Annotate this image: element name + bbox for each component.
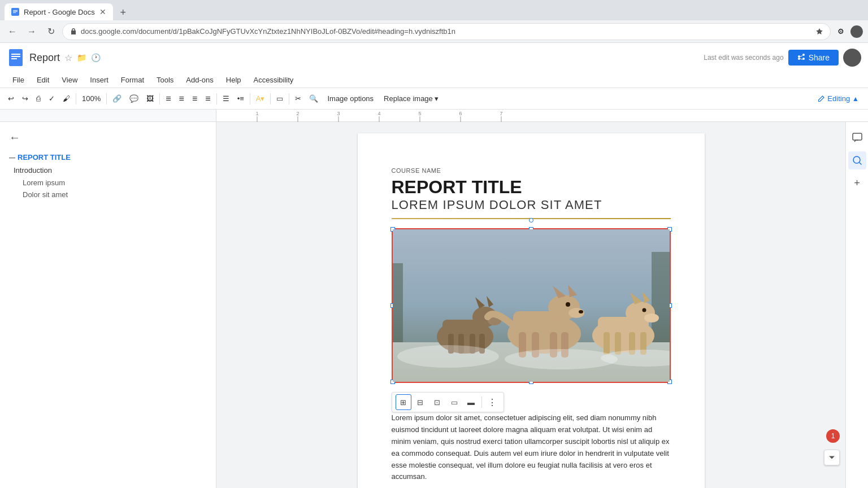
image-btn[interactable]: 🖼 — [143, 93, 157, 104]
svg-rect-27 — [652, 252, 670, 342]
redo-btn[interactable]: ↪ — [19, 93, 32, 104]
menu-view[interactable]: View — [56, 73, 83, 86]
align-justify-btn[interactable]: ≡ — [202, 93, 214, 105]
star-icon[interactable] — [815, 28, 823, 36]
profile-btn[interactable] — [850, 25, 863, 38]
menu-format[interactable]: Format — [115, 73, 150, 86]
wolf-image — [393, 229, 670, 382]
share-button[interactable]: Share — [788, 50, 839, 66]
crop-btn[interactable]: ✂ — [292, 93, 305, 104]
img-toolbar-sep — [481, 396, 482, 408]
img-wrap-inline-btn[interactable]: ⊞ — [396, 394, 411, 410]
bullet-btn[interactable]: •≡ — [234, 93, 248, 104]
menu-help[interactable]: Help — [220, 73, 247, 86]
extensions-btn[interactable]: ⚙ — [834, 25, 848, 38]
align-center-btn[interactable]: ≡ — [176, 93, 188, 105]
spellcheck-btn[interactable]: ✓ — [45, 93, 58, 104]
img-front-btn[interactable]: ▭ — [446, 394, 462, 410]
outline-lorem-ipsum[interactable]: Lorem ipsum — [0, 177, 216, 189]
plus-panel-btn[interactable]: + — [848, 174, 866, 192]
history-button[interactable]: 🕐 — [91, 53, 101, 62]
img-behind-btn[interactable]: ▬ — [463, 394, 479, 410]
outline-section: — REPORT TITLE Introduction Lorem ipsum … — [0, 151, 216, 201]
docs-header: Report ☆ 📁 🕐 Last edit was seconds ago S… — [0, 43, 868, 110]
image-container[interactable] — [392, 228, 671, 383]
outline-dolor-sit[interactable]: Dolor sit amet — [0, 189, 216, 201]
zoom-btn[interactable]: 100% — [79, 93, 104, 104]
tab-favicon — [11, 8, 19, 16]
svg-text:2: 2 — [296, 111, 299, 116]
outline-introduction[interactable]: Introduction — [0, 164, 216, 177]
user-avatar[interactable] — [843, 49, 861, 67]
img-more-btn[interactable]: ⋮ — [484, 394, 500, 410]
svg-rect-58 — [604, 332, 610, 355]
svg-point-46 — [579, 310, 583, 313]
menu-file[interactable]: File — [7, 73, 30, 86]
format-toolbar: ↩ ↪ ⎙ ✓ 🖌 100% 🔗 💬 🖼 ≡ ≡ ≡ ≡ ☰ •≡ A▾ ▭ ✂… — [0, 88, 868, 109]
align-left-btn[interactable]: ≡ — [162, 93, 174, 105]
menu-insert[interactable]: Insert — [84, 73, 114, 86]
rotate-handle[interactable] — [529, 218, 533, 223]
svg-rect-1 — [13, 10, 18, 11]
comment-btn[interactable]: 💬 — [126, 93, 142, 104]
editing-mode-btn[interactable]: Editing ▲ — [813, 93, 863, 104]
svg-text:6: 6 — [459, 111, 462, 116]
menu-addons[interactable]: Add-ons — [180, 73, 219, 86]
replace-image-btn[interactable]: Replace image ▾ — [379, 93, 443, 104]
outline-back-btn[interactable]: ← — [0, 129, 216, 146]
svg-point-45 — [566, 302, 570, 307]
ruler: 1 2 3 4 5 6 7 — [0, 110, 868, 122]
report-title-heading[interactable]: REPORT TITLE — [392, 176, 671, 198]
image-options-btn[interactable]: Image options — [323, 93, 378, 104]
forward-button[interactable]: → — [24, 24, 40, 40]
chat-panel-btn[interactable] — [848, 129, 866, 147]
report-subtitle[interactable]: LOREM IPSUM DOLOR SIT AMET — [392, 198, 671, 212]
document-area[interactable]: COURSE NAME REPORT TITLE LOREM IPSUM DOL… — [216, 122, 845, 488]
tab-close-btn[interactable]: ✕ — [99, 7, 106, 16]
explore-panel-btn[interactable] — [848, 151, 866, 169]
svg-text:7: 7 — [500, 111, 502, 116]
address-bar[interactable]: docs.google.com/document/d/1pBakCoJgNFyG… — [62, 23, 831, 40]
list-btn[interactable]: ☰ — [219, 93, 233, 104]
align-right-btn[interactable]: ≡ — [189, 93, 201, 105]
browser-chrome: Report - Google Docs ✕ + ← → ↻ docs.goog… — [0, 0, 868, 43]
share-icon — [797, 54, 805, 62]
menu-bar: File Edit View Insert Format Tools Add-o… — [0, 72, 868, 88]
outline-report-title[interactable]: — REPORT TITLE — [0, 151, 216, 164]
right-panel: + — [845, 122, 868, 488]
body-text-paragraph[interactable]: Lorem ipsum dolor sit amet, consectetuer… — [392, 412, 671, 483]
sep6 — [270, 93, 271, 104]
img-break-text-btn[interactable]: ⊡ — [429, 394, 445, 410]
menu-edit[interactable]: Edit — [31, 73, 55, 86]
menu-accessibility[interactable]: Accessibility — [248, 73, 300, 86]
docs-logo — [7, 46, 25, 69]
print-btn[interactable]: ⎙ — [33, 93, 44, 104]
new-tab-button[interactable]: + — [115, 5, 131, 20]
svg-rect-2 — [13, 11, 18, 12]
img-wrap-text-btn[interactable]: ⊟ — [413, 394, 428, 410]
lock-icon — [70, 28, 77, 36]
folder-button[interactable]: 📁 — [77, 53, 86, 62]
svg-point-62 — [397, 345, 499, 368]
explore-btn[interactable]: 🔍 — [306, 93, 322, 104]
paint-format-btn[interactable]: 🖌 — [59, 93, 73, 104]
back-button[interactable]: ← — [5, 24, 20, 40]
undo-btn[interactable]: ↩ — [5, 93, 18, 104]
refresh-button[interactable]: ↻ — [43, 24, 59, 40]
link-btn[interactable]: 🔗 — [109, 93, 125, 104]
notification-badge[interactable]: 1 — [826, 429, 840, 443]
svg-text:1: 1 — [255, 111, 258, 116]
image-inline-toolbar: ⊞ ⊟ ⊡ ▭ ▬ ⋮ — [392, 392, 504, 412]
scroll-bottom-btn[interactable] — [824, 450, 840, 465]
star-button[interactable]: ☆ — [64, 53, 72, 63]
svg-rect-3 — [13, 12, 16, 13]
border-btn[interactable]: ▭ — [273, 93, 287, 104]
highlight-btn[interactable]: A▾ — [253, 93, 268, 104]
browser-toolbar: ← → ↻ docs.google.com/document/d/1pBakCo… — [0, 20, 868, 43]
svg-text:4: 4 — [377, 111, 380, 116]
document-page: COURSE NAME REPORT TITLE LOREM IPSUM DOL… — [358, 133, 705, 488]
sep1 — [76, 93, 76, 104]
active-tab[interactable]: Report - Google Docs ✕ — [5, 3, 113, 20]
menu-tools[interactable]: Tools — [151, 73, 179, 86]
doc-title[interactable]: Report — [29, 52, 60, 64]
